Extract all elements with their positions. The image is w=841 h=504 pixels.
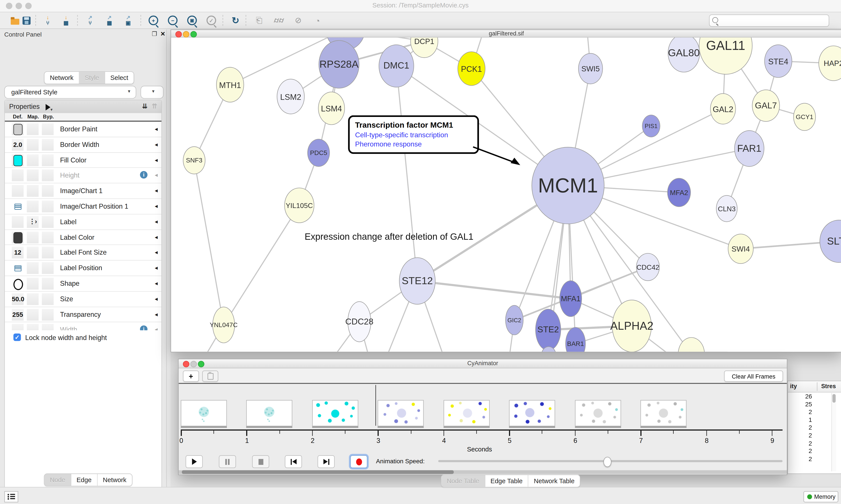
network-node-mfa2[interactable]: MFA2 (667, 178, 691, 207)
network-node-ste2[interactable]: STE2 (535, 309, 561, 351)
animation-speed-slider[interactable] (438, 460, 783, 462)
skip-start-button[interactable] (285, 455, 302, 468)
network-node-pis1[interactable]: PIS1 (642, 115, 660, 137)
close-panel-icon[interactable]: ✕ (160, 31, 165, 38)
frame-thumbnail-6s[interactable] (575, 400, 621, 426)
network-node-mth1[interactable]: MTH1 (216, 67, 244, 103)
zoom-selected-icon[interactable]: ✓ (205, 14, 218, 27)
network-node-yil105c[interactable]: YIL105C (284, 187, 314, 223)
slider-thumb[interactable] (603, 457, 611, 467)
tab-node-table[interactable]: Node Table (442, 475, 485, 487)
frame-thumbnail-0s[interactable] (181, 400, 227, 426)
skip-end-button[interactable] (318, 455, 335, 468)
property-row[interactable]: Border Paint◂ (5, 122, 161, 137)
zoom-fit-icon[interactable]: ▣ (185, 14, 198, 27)
network-node-hap2[interactable]: HAP2 (819, 46, 841, 81)
export-image-icon[interactable]: ↗▣ (122, 14, 135, 27)
network-node-alpha2[interactable]: ALPHA2 (612, 300, 651, 352)
pause-button[interactable] (219, 455, 236, 468)
network-node-cln3[interactable]: CLN3 (716, 195, 737, 222)
network-node-ste4[interactable]: STE4 (764, 44, 792, 78)
property-row[interactable]: Shape◂ (5, 276, 161, 292)
tab-node[interactable]: Node (44, 474, 71, 486)
lock-checkbox[interactable]: ✓ (13, 334, 21, 341)
binoculars-icon[interactable]: ⌭⌭ (272, 14, 285, 27)
expand-all-icon[interactable]: ⇊ (142, 103, 148, 110)
property-row[interactable]: Image/Chart Position 1◂ (5, 199, 161, 215)
style-options-button[interactable]: ▾ (141, 86, 164, 99)
property-row[interactable]: Label Position◂ (5, 261, 161, 276)
property-row[interactable]: 12Label Font Size◂ (5, 245, 161, 261)
hide-details-icon[interactable]: ⊘ (292, 14, 305, 27)
open-session-icon[interactable] (8, 14, 21, 27)
annotation-link-1[interactable]: Cell-type-specific transcription (355, 131, 472, 139)
network-node-pdc5[interactable]: PDC5 (307, 139, 330, 167)
network-node-gal80[interactable]: GAL80 (668, 37, 700, 72)
frame-thumbnail-3s[interactable] (378, 400, 424, 426)
network-node-mcm1[interactable]: MCM1 (532, 147, 605, 224)
network-node-far1[interactable]: FAR1 (734, 130, 764, 167)
save-session-icon[interactable] (20, 14, 33, 27)
timeline-playhead[interactable] (375, 385, 376, 426)
property-row[interactable]: Heighti◂ (5, 168, 161, 183)
tab-edge-table[interactable]: Edge Table (485, 475, 529, 487)
show-panels-button[interactable] (4, 491, 18, 502)
cyanimator-titlebar[interactable]: CyAnimator (179, 359, 787, 368)
network-node-gal2[interactable]: GAL2 (710, 93, 736, 124)
column-ity[interactable]: ity (790, 383, 797, 389)
network-node-ynl047c[interactable]: YNL047C (212, 307, 235, 343)
import-table-icon[interactable]: ↓▦ (59, 14, 72, 27)
style-dropdown[interactable]: galFiltered Style ▾ (4, 86, 136, 99)
property-row[interactable]: 255Transparency◂ (5, 307, 161, 323)
timeline[interactable]: 0123456789 Seconds (179, 384, 787, 453)
frame-thumbnail-4s[interactable] (444, 400, 490, 426)
zoom-out-icon[interactable]: − (166, 14, 179, 27)
network-node-swi4[interactable]: SWI4 (728, 234, 754, 264)
frame-thumbnail-2s[interactable] (312, 400, 358, 426)
clear-all-frames-button[interactable]: Clear All Frames (724, 371, 783, 382)
network-node-mfa1[interactable]: MFA1 (559, 281, 582, 317)
property-row[interactable]: 50.0Size◂ (5, 292, 161, 307)
network-node-dcp1[interactable]: DCP1 (410, 37, 438, 58)
play-button[interactable] (185, 455, 202, 468)
import-network-icon[interactable]: ↓⑂ (41, 14, 54, 27)
tab-edge[interactable]: Edge (71, 474, 97, 486)
network-node-cdc28[interactable]: CDC28 (347, 301, 371, 342)
float-panel-icon[interactable]: ❐ (152, 31, 157, 38)
zoom-in-icon[interactable]: + (147, 14, 160, 27)
network-node-gic2[interactable]: GIC2 (505, 305, 523, 335)
annotation-box[interactable]: Transcription factor MCM1 Cell-type-spec… (348, 115, 479, 154)
network-node-slt2[interactable]: SLT2 (820, 220, 841, 263)
frame-thumbnail-7s[interactable] (640, 400, 686, 426)
cyanimator-hscrollbar[interactable] (179, 470, 787, 474)
frame-thumbnail-5s[interactable] (509, 400, 555, 426)
network-node-dmc1[interactable]: DMC1 (379, 44, 414, 87)
tab-network-table[interactable]: Network Table (529, 475, 580, 487)
column-stress[interactable]: Stres (821, 383, 836, 389)
property-row[interactable]: Fill Color◂ (5, 152, 161, 168)
export-network-icon[interactable]: ↗⑂ (84, 14, 96, 27)
tab-network[interactable]: Network (44, 72, 79, 84)
show-details-icon[interactable]: ◔ (311, 14, 324, 27)
network-node-pck1[interactable]: PCK1 (458, 51, 485, 86)
frame-thumbnail-1s[interactable] (246, 400, 292, 426)
properties-header[interactable]: Properties ▾ ⇊ ⇈ (5, 100, 161, 114)
tab-select[interactable]: Select (105, 72, 133, 84)
property-row[interactable]: 2.0Border Width◂ (5, 137, 161, 152)
network-node-lsm2[interactable]: LSM2 (277, 79, 305, 114)
collapse-all-icon[interactable]: ⇈ (152, 103, 157, 110)
table-scrollbar[interactable] (831, 393, 836, 471)
annotation-link-2[interactable]: Pheromone response (355, 140, 472, 148)
memory-button[interactable]: Memory (804, 491, 838, 502)
tab-style[interactable]: Style (79, 72, 105, 84)
network-node-ste12[interactable]: STE12 (399, 257, 435, 305)
network-canvas[interactable]: MTH1LSM2RPS28ADCP1DMC1PCK1LSM4SNF3PDC5YI… (171, 37, 841, 352)
network-node-gal7[interactable]: GAL7 (752, 90, 780, 122)
network-node-lsm4[interactable]: LSM4 (318, 92, 345, 125)
network-node-rps28a[interactable]: RPS28A (319, 40, 359, 88)
delete-frame-button[interactable] (202, 371, 218, 382)
network-node-tup1[interactable]: TUP1 (678, 337, 705, 352)
export-table-icon[interactable]: ↗▦ (103, 14, 116, 27)
network-node-swi5[interactable]: SWI5 (578, 53, 603, 84)
network-node-cdc42[interactable]: CDC42 (636, 253, 660, 281)
